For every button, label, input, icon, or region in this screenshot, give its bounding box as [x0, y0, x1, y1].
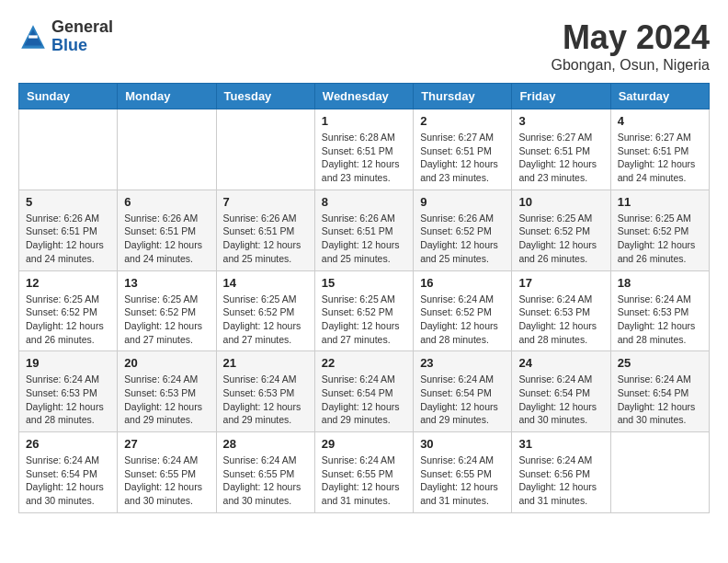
- day-header-sunday: Sunday: [19, 84, 118, 109]
- calendar-cell: 3Sunrise: 6:27 AMSunset: 6:51 PMDaylight…: [512, 109, 610, 190]
- day-header-saturday: Saturday: [610, 84, 709, 109]
- logo-blue-text: Blue: [51, 36, 87, 54]
- day-info: Sunrise: 6:28 AMSunset: 6:51 PMDaylight:…: [322, 131, 406, 185]
- day-header-thursday: Thursday: [414, 84, 512, 109]
- day-number: 14: [223, 276, 308, 290]
- calendar-cell: 30Sunrise: 6:24 AMSunset: 6:55 PMDayligh…: [414, 432, 512, 513]
- day-info: Sunrise: 6:24 AMSunset: 6:54 PMDaylight:…: [26, 454, 110, 508]
- day-number: 15: [322, 276, 406, 290]
- calendar-cell: 7Sunrise: 6:26 AMSunset: 6:51 PMDaylight…: [216, 190, 314, 270]
- calendar-cell: 24Sunrise: 6:24 AMSunset: 6:54 PMDayligh…: [512, 351, 610, 432]
- day-info: Sunrise: 6:24 AMSunset: 6:53 PMDaylight:…: [518, 293, 603, 347]
- day-info: Sunrise: 6:25 AMSunset: 6:52 PMDaylight:…: [618, 212, 702, 266]
- day-info: Sunrise: 6:25 AMSunset: 6:52 PMDaylight:…: [124, 293, 209, 347]
- day-info: Sunrise: 6:26 AMSunset: 6:51 PMDaylight:…: [223, 212, 308, 266]
- calendar-cell: 23Sunrise: 6:24 AMSunset: 6:54 PMDayligh…: [414, 351, 512, 432]
- calendar-cell: 2Sunrise: 6:27 AMSunset: 6:51 PMDaylight…: [414, 109, 512, 190]
- calendar-cell: 1Sunrise: 6:28 AMSunset: 6:51 PMDaylight…: [314, 109, 413, 190]
- day-info: Sunrise: 6:27 AMSunset: 6:51 PMDaylight:…: [420, 131, 505, 185]
- day-number: 3: [518, 114, 603, 128]
- calendar-cell: 19Sunrise: 6:24 AMSunset: 6:53 PMDayligh…: [19, 351, 118, 432]
- day-number: 16: [420, 276, 505, 290]
- calendar-cell: 6Sunrise: 6:26 AMSunset: 6:51 PMDaylight…: [118, 190, 216, 270]
- calendar-cell: 21Sunrise: 6:24 AMSunset: 6:53 PMDayligh…: [216, 351, 314, 432]
- day-number: 7: [223, 195, 308, 209]
- location: Gbongan, Osun, Nigeria: [551, 57, 710, 74]
- day-info: Sunrise: 6:25 AMSunset: 6:52 PMDaylight:…: [518, 212, 603, 266]
- week-row-4: 19Sunrise: 6:24 AMSunset: 6:53 PMDayligh…: [19, 351, 710, 432]
- day-number: 18: [618, 276, 702, 290]
- day-info: Sunrise: 6:24 AMSunset: 6:53 PMDaylight:…: [223, 373, 308, 427]
- calendar-cell: 16Sunrise: 6:24 AMSunset: 6:52 PMDayligh…: [414, 270, 512, 351]
- day-number: 21: [223, 356, 308, 370]
- day-info: Sunrise: 6:24 AMSunset: 6:54 PMDaylight:…: [518, 373, 603, 427]
- calendar-cell: [610, 432, 709, 513]
- calendar-cell: [118, 109, 216, 190]
- calendar-cell: 8Sunrise: 6:26 AMSunset: 6:51 PMDaylight…: [314, 190, 413, 270]
- day-number: 9: [420, 195, 505, 209]
- day-number: 26: [26, 437, 110, 451]
- calendar-cell: 14Sunrise: 6:25 AMSunset: 6:52 PMDayligh…: [216, 270, 314, 351]
- day-number: 6: [124, 195, 209, 209]
- day-number: 1: [322, 114, 406, 128]
- day-number: 20: [124, 356, 209, 370]
- day-info: Sunrise: 6:25 AMSunset: 6:52 PMDaylight:…: [26, 293, 110, 347]
- week-row-2: 5Sunrise: 6:26 AMSunset: 6:51 PMDaylight…: [19, 190, 710, 270]
- calendar-cell: 17Sunrise: 6:24 AMSunset: 6:53 PMDayligh…: [512, 270, 610, 351]
- week-row-3: 12Sunrise: 6:25 AMSunset: 6:52 PMDayligh…: [19, 270, 710, 351]
- day-info: Sunrise: 6:24 AMSunset: 6:53 PMDaylight:…: [26, 373, 110, 427]
- calendar-cell: 22Sunrise: 6:24 AMSunset: 6:54 PMDayligh…: [314, 351, 413, 432]
- day-info: Sunrise: 6:26 AMSunset: 6:51 PMDaylight:…: [124, 212, 209, 266]
- calendar-cell: 25Sunrise: 6:24 AMSunset: 6:54 PMDayligh…: [610, 351, 709, 432]
- day-info: Sunrise: 6:25 AMSunset: 6:52 PMDaylight:…: [322, 293, 406, 347]
- day-info: Sunrise: 6:26 AMSunset: 6:51 PMDaylight:…: [322, 212, 406, 266]
- day-number: 10: [518, 195, 603, 209]
- calendar-cell: 13Sunrise: 6:25 AMSunset: 6:52 PMDayligh…: [118, 270, 216, 351]
- week-row-1: 1Sunrise: 6:28 AMSunset: 6:51 PMDaylight…: [19, 109, 710, 190]
- day-number: 27: [124, 437, 209, 451]
- day-number: 17: [518, 276, 603, 290]
- day-info: Sunrise: 6:24 AMSunset: 6:54 PMDaylight:…: [420, 373, 505, 427]
- calendar-cell: 27Sunrise: 6:24 AMSunset: 6:55 PMDayligh…: [118, 432, 216, 513]
- day-info: Sunrise: 6:24 AMSunset: 6:52 PMDaylight:…: [420, 293, 505, 347]
- week-row-5: 26Sunrise: 6:24 AMSunset: 6:54 PMDayligh…: [19, 432, 710, 513]
- calendar-cell: 29Sunrise: 6:24 AMSunset: 6:55 PMDayligh…: [314, 432, 413, 513]
- day-number: 4: [618, 114, 702, 128]
- day-number: 2: [420, 114, 505, 128]
- day-number: 29: [322, 437, 406, 451]
- calendar-cell: 12Sunrise: 6:25 AMSunset: 6:52 PMDayligh…: [19, 270, 118, 351]
- calendar-cell: 15Sunrise: 6:25 AMSunset: 6:52 PMDayligh…: [314, 270, 413, 351]
- day-info: Sunrise: 6:24 AMSunset: 6:56 PMDaylight:…: [518, 454, 603, 508]
- logo-icon: [18, 22, 48, 52]
- day-number: 22: [322, 356, 406, 370]
- day-info: Sunrise: 6:24 AMSunset: 6:54 PMDaylight:…: [322, 373, 406, 427]
- day-info: Sunrise: 6:24 AMSunset: 6:55 PMDaylight:…: [124, 454, 209, 508]
- day-number: 11: [618, 195, 702, 209]
- day-info: Sunrise: 6:26 AMSunset: 6:52 PMDaylight:…: [420, 212, 505, 266]
- day-number: 13: [124, 276, 209, 290]
- logo: General Blue: [18, 18, 113, 55]
- calendar-cell: 9Sunrise: 6:26 AMSunset: 6:52 PMDaylight…: [414, 190, 512, 270]
- day-info: Sunrise: 6:25 AMSunset: 6:52 PMDaylight:…: [223, 293, 308, 347]
- day-number: 31: [518, 437, 603, 451]
- day-header-wednesday: Wednesday: [314, 84, 413, 109]
- day-info: Sunrise: 6:26 AMSunset: 6:51 PMDaylight:…: [26, 212, 110, 266]
- day-number: 25: [618, 356, 702, 370]
- day-header-friday: Friday: [512, 84, 610, 109]
- calendar-cell: 4Sunrise: 6:27 AMSunset: 6:51 PMDaylight…: [610, 109, 709, 190]
- day-number: 8: [322, 195, 406, 209]
- month-title: May 2024: [551, 18, 710, 57]
- day-number: 19: [26, 356, 110, 370]
- calendar-cell: 28Sunrise: 6:24 AMSunset: 6:55 PMDayligh…: [216, 432, 314, 513]
- day-info: Sunrise: 6:24 AMSunset: 6:55 PMDaylight:…: [420, 454, 505, 508]
- days-header-row: SundayMondayTuesdayWednesdayThursdayFrid…: [19, 84, 710, 109]
- calendar-cell: 11Sunrise: 6:25 AMSunset: 6:52 PMDayligh…: [610, 190, 709, 270]
- day-number: 23: [420, 356, 505, 370]
- day-info: Sunrise: 6:27 AMSunset: 6:51 PMDaylight:…: [618, 131, 702, 185]
- title-block: May 2024 Gbongan, Osun, Nigeria: [551, 18, 710, 74]
- day-number: 24: [518, 356, 603, 370]
- day-header-tuesday: Tuesday: [216, 84, 314, 109]
- calendar-cell: [216, 109, 314, 190]
- day-info: Sunrise: 6:24 AMSunset: 6:55 PMDaylight:…: [223, 454, 308, 508]
- calendar-cell: 18Sunrise: 6:24 AMSunset: 6:53 PMDayligh…: [610, 270, 709, 351]
